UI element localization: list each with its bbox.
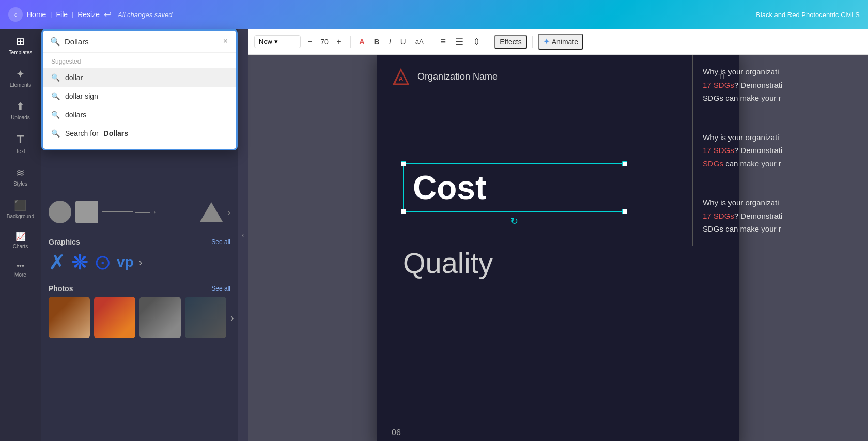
suggestion-item-search-for-dollars[interactable]: 🔍 Search for Dollars xyxy=(43,124,236,143)
selection-handle-bl xyxy=(401,209,406,214)
sidebar-item-templates[interactable]: ⊞ Templates xyxy=(2,30,39,60)
graphic-item-3[interactable]: ⊙ xyxy=(94,250,112,274)
photo-thumb-1[interactable] xyxy=(49,297,90,338)
spacing-button[interactable]: ⇕ xyxy=(470,34,484,50)
more-icon: ••• xyxy=(17,262,24,270)
styles-icon: ≋ xyxy=(16,166,25,179)
case-button[interactable]: aA xyxy=(412,36,427,48)
list-button[interactable]: ☰ xyxy=(452,34,467,50)
templates-icon: ⊞ xyxy=(16,35,25,48)
background-icon: ⬛ xyxy=(14,199,27,211)
photos-see-all[interactable]: See all xyxy=(211,285,230,292)
shapes-section: ——→ › xyxy=(41,194,238,234)
search-input-row: 🔍 × xyxy=(43,31,236,53)
suggestion-item-dollars[interactable]: 🔍 dollars xyxy=(43,105,236,124)
sidebar-item-background[interactable]: ⬛ Background xyxy=(2,194,39,224)
shape-triangle[interactable] xyxy=(200,202,223,222)
shape-circle[interactable] xyxy=(49,201,71,223)
brand-logo-icon: A xyxy=(392,67,410,86)
resize-nav[interactable]: Resize xyxy=(78,10,100,19)
selection-handle-br xyxy=(622,209,627,214)
sdgs-highlight-2: 17 SDGs xyxy=(703,146,734,155)
selection-handle-tr xyxy=(622,161,627,166)
svg-text:A: A xyxy=(398,75,403,83)
suggestion-text-prefix-4: Search for xyxy=(65,129,99,138)
sidebar-item-styles[interactable]: ≋ Styles xyxy=(2,161,39,192)
photo-thumb-4[interactable] xyxy=(185,297,226,338)
vertical-divider xyxy=(692,55,693,246)
right-text-3: Why is your organizati 17 SDGs? Demonstr… xyxy=(703,196,858,236)
panel-collapse-handle[interactable]: ‹ xyxy=(238,29,248,441)
graphic-item-2[interactable]: ❋ xyxy=(71,250,89,274)
text-toolbar: Now ▾ − 70 + A B I U aA ≡ ☰ ⇕ Effects ✦ … xyxy=(248,29,868,55)
align-button[interactable]: ≡ xyxy=(438,34,450,49)
suggestion-text-2: dollar sign xyxy=(65,92,98,100)
line-solid[interactable] xyxy=(102,211,133,212)
sdgs-highlight-4: 17 SDGs xyxy=(703,211,734,220)
selection-handle-tl xyxy=(401,161,406,166)
photos-more-chevron[interactable]: › xyxy=(230,312,234,324)
photo-thumb-3[interactable] xyxy=(140,297,181,338)
effects-button[interactable]: Effects xyxy=(494,35,527,49)
home-nav[interactable]: Home xyxy=(27,10,46,19)
graphic-item-1[interactable]: ✗ xyxy=(49,250,66,274)
photo-thumb-2[interactable] xyxy=(94,297,135,338)
font-size-control: − 70 + xyxy=(304,36,345,48)
graphics-section-header: Graphics See all xyxy=(41,234,238,250)
suggestion-search-icon-4: 🔍 xyxy=(51,129,60,138)
saved-status: All changes saved xyxy=(118,11,173,19)
graphics-see-all[interactable]: See all xyxy=(211,238,230,246)
right-text-panel: Why is your organizati 17 SDGs? Demonstr… xyxy=(692,55,868,246)
search-close-button[interactable]: × xyxy=(222,36,229,47)
suggestion-text-1: dollar xyxy=(65,73,83,82)
cost-textbox[interactable]: Cost ↻ xyxy=(403,163,625,212)
text-icon: T xyxy=(17,133,24,146)
font-family-select[interactable]: Now ▾ xyxy=(254,35,301,48)
charts-icon: 📈 xyxy=(16,232,26,241)
back-button[interactable]: ‹ xyxy=(8,7,23,22)
sidebar-item-charts[interactable]: 📈 Charts xyxy=(2,226,39,254)
suggestion-item-dollar-sign[interactable]: 🔍 dollar sign xyxy=(43,87,236,105)
collapse-arrow-icon: ‹ xyxy=(242,232,244,239)
graphic-item-4[interactable]: vp xyxy=(117,254,134,270)
quality-text[interactable]: Quality xyxy=(403,246,493,280)
topbar-left: ‹ Home | File | Resize ↩ All changes sav… xyxy=(8,7,172,22)
rotate-handle[interactable]: ↻ xyxy=(510,216,518,227)
sidebar-item-uploads[interactable]: ⬆ Uploads xyxy=(2,95,39,126)
file-nav[interactable]: File xyxy=(56,10,68,19)
sidebar-item-elements[interactable]: ✦ Elements xyxy=(2,63,39,93)
font-size-increase[interactable]: + xyxy=(333,36,345,48)
org-name-text: Organization Name xyxy=(417,71,498,82)
canvas-page-number: 06 xyxy=(392,428,401,437)
font-color-button[interactable]: A xyxy=(356,35,368,48)
bold-button[interactable]: B xyxy=(371,35,383,48)
shapes-row: ——→ › xyxy=(49,201,230,223)
sidebar-label-text: Text xyxy=(16,148,25,154)
graphics-title: Graphics xyxy=(49,238,80,246)
divider xyxy=(350,36,351,48)
shapes-more-chevron[interactable]: › xyxy=(227,206,230,218)
graphics-more-chevron[interactable]: › xyxy=(139,256,143,268)
right-text-1: Why is your organizati 17 SDGs? Demonstr… xyxy=(703,65,858,105)
italic-button[interactable]: I xyxy=(386,35,394,48)
sidebar-item-text[interactable]: T Text xyxy=(2,128,39,159)
font-size-value[interactable]: 70 xyxy=(317,38,332,46)
divider4 xyxy=(532,36,533,48)
sidebar-label-background: Background xyxy=(7,214,34,219)
font-size-decrease[interactable]: − xyxy=(304,36,316,48)
suggestion-item-dollar[interactable]: 🔍 dollar xyxy=(43,68,236,87)
sidebar-item-more[interactable]: ••• More xyxy=(2,256,39,283)
canvas-area: A Organization Name TI Cost ↻ Quality 06… xyxy=(248,29,868,441)
underline-button[interactable]: U xyxy=(397,35,409,48)
topbar: ‹ Home | File | Resize ↩ All changes sav… xyxy=(0,0,868,29)
undo-button[interactable]: ↩ xyxy=(104,9,112,20)
photos-section-header: Photos See all xyxy=(41,280,238,297)
sdgs-highlight-1: 17 SDGs xyxy=(703,81,734,89)
shape-rect[interactable] xyxy=(75,201,98,223)
animate-button[interactable]: ✦ Animate xyxy=(538,34,583,50)
search-input[interactable] xyxy=(65,37,218,46)
uploads-icon: ⬆ xyxy=(16,100,25,113)
suggestion-search-icon-1: 🔍 xyxy=(51,73,60,82)
search-dropdown: 🔍 × Suggested 🔍 dollar 🔍 dollar sign 🔍 d… xyxy=(41,29,238,150)
design-canvas: A Organization Name TI Cost ↻ Quality 06 xyxy=(377,55,739,441)
